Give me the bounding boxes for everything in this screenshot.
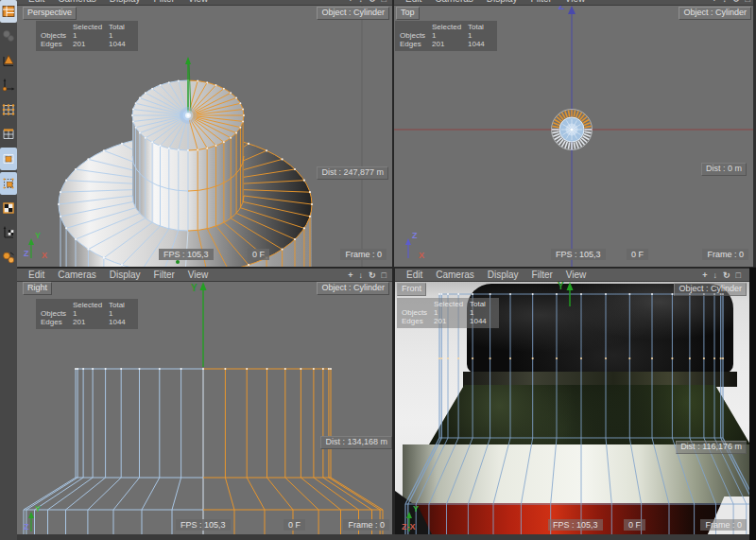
viewport-menubar: Edit Cameras Display Filter View + ↓ ↻ □ (395, 268, 756, 282)
axis-gizmo: Y Z (23, 507, 57, 537)
pan-view-icon[interactable]: + (702, 270, 707, 280)
frame-time-indicator: 0 F (624, 519, 645, 531)
object-badge: Object : Cylinder (317, 7, 389, 20)
viewport-layout-icon (2, 4, 15, 19)
axis-cage-icon (2, 176, 15, 191)
axis-gizmo: Y Z-X (401, 507, 435, 537)
viewport-menubar-clipped: EditCameras DisplayFilter View +↓↻□ (394, 0, 756, 6)
objects-icon (2, 28, 15, 44)
pan-view-icon[interactable]: + (348, 270, 352, 280)
menu-cameras[interactable]: Cameras (58, 270, 96, 281)
stats-header-total: Total (109, 23, 133, 31)
axis-gizmo: Z X (400, 234, 434, 264)
cinema4d-window: { "menu": { "items": ["Edit", "Cameras",… (0, 0, 756, 540)
menu-view[interactable]: View (188, 270, 209, 281)
frame-time-indicator: 0 F (627, 249, 648, 260)
snap-icon (2, 250, 15, 265)
polygon-mode-icon (2, 151, 15, 166)
texture-icon (2, 200, 15, 216)
menu-view[interactable]: View (188, 0, 209, 5)
window-bottom-edge (17, 534, 749, 540)
fps-indicator: FPS : 105,3 (159, 249, 214, 260)
camera-distance: Dist : 134,168 m (320, 436, 392, 449)
snap-tool[interactable] (0, 246, 17, 269)
viewport-layout-tool[interactable] (0, 0, 17, 23)
frame-counter: Frame : 0 (340, 249, 387, 260)
viewport-menubar-clipped: Edit Cameras Display Filter View + ↓ ↻ □ (17, 0, 392, 6)
menu-view[interactable]: View (566, 270, 587, 281)
menu-cameras[interactable]: Cameras (436, 270, 474, 281)
edge-mode-tool[interactable] (0, 123, 17, 146)
object-axis-icon (2, 78, 15, 93)
left-toolbar (0, 0, 18, 540)
edge-mode-icon (2, 127, 15, 142)
viewport-right[interactable]: Edit Cameras Display Filter View + ↓ ↻ □… (17, 268, 392, 540)
rotate-view-icon[interactable]: ↻ (369, 0, 376, 4)
maximize-view-icon[interactable]: □ (382, 270, 387, 280)
rotate-view-icon[interactable]: ↻ (369, 270, 376, 280)
viewport-front[interactable]: Edit Cameras Display Filter View + ↓ ↻ □… (395, 268, 756, 540)
object-axis-tool[interactable] (0, 74, 17, 96)
axis-cage-tool[interactable] (0, 172, 17, 195)
menu-display[interactable]: Display (110, 270, 141, 281)
viewport-label: Perspective (23, 7, 77, 20)
model-tool-icon (2, 53, 15, 68)
menu-filter[interactable]: Filter (154, 0, 175, 5)
model-tool[interactable] (0, 49, 17, 72)
menu-display[interactable]: Display (110, 0, 141, 5)
texture-axis-icon (2, 225, 15, 240)
camera-objects-tool[interactable] (0, 25, 17, 47)
texture-tool[interactable] (0, 197, 17, 219)
dolly-view-icon[interactable]: ↓ (359, 270, 364, 280)
stats-header-selected: Selected (73, 23, 109, 31)
frame-counter: Frame : 0 (702, 249, 748, 260)
polygon-mode-tool[interactable] (0, 148, 17, 170)
fps-indicator: FPS : 105,3 (548, 519, 603, 531)
object-badge: Object : Cylinder (674, 283, 747, 296)
dolly-view-icon[interactable]: ↓ (713, 270, 718, 280)
texture-axis-tool[interactable] (0, 221, 17, 244)
maximize-view-icon[interactable]: □ (382, 0, 387, 4)
point-mode-icon (2, 102, 15, 117)
fps-indicator: FPS : 105,3 (551, 249, 606, 260)
object-badge: Object : Cylinder (679, 7, 751, 20)
menu-filter[interactable]: Filter (154, 270, 175, 281)
pan-view-icon[interactable]: + (348, 0, 352, 4)
frame-time-indicator: 0 F (284, 519, 305, 531)
dolly-view-icon[interactable]: ↓ (359, 0, 364, 4)
stats-panel: SelectedTotal Objects11 Edges2011044 (36, 21, 138, 51)
point-mode-tool[interactable] (0, 98, 17, 121)
stats-panel: SelectedTotal Objects11 Edges2011044 (395, 21, 497, 51)
camera-distance: Dist : 0 m (701, 163, 747, 176)
viewport-label: Right (23, 282, 52, 295)
viewport-label: Front (397, 283, 426, 296)
menu-filter[interactable]: Filter (532, 270, 553, 281)
viewport-label: Top (396, 7, 420, 20)
viewport-perspective[interactable]: Edit Cameras Display Filter View + ↓ ↻ □… (17, 0, 392, 267)
y-axis-label: Y (191, 283, 198, 293)
camera-distance: Dist : 116,176 m (676, 441, 747, 454)
frame-counter: Frame : 0 (343, 519, 389, 531)
maximize-view-icon[interactable]: □ (736, 270, 741, 280)
frame-time-indicator: 0 F (248, 249, 269, 260)
menu-cameras[interactable]: Cameras (58, 0, 96, 5)
menu-edit[interactable]: Edit (406, 270, 422, 281)
menu-display[interactable]: Display (488, 270, 519, 281)
stats-panel: SelectedTotal Objects11 Edges2011044 (36, 299, 138, 329)
window-edge (749, 268, 756, 540)
axis-gizmo: Y Z X (23, 234, 57, 264)
y-axis-label: Y (558, 281, 564, 291)
menu-edit[interactable]: Edit (28, 270, 44, 281)
rotate-view-icon[interactable]: ↻ (723, 270, 730, 280)
camera-distance: Dist : 247,877 m (317, 166, 388, 180)
stats-panel: SelectedTotal Objects11 Edges2011044 (397, 298, 499, 328)
fps-indicator: FPS : 105,3 (176, 519, 231, 531)
menu-edit[interactable]: Edit (28, 0, 44, 5)
viewport-menubar: Edit Cameras Display Filter View + ↓ ↻ □ (17, 268, 392, 282)
frame-counter: Frame : 0 (700, 519, 747, 531)
viewport-top[interactable]: EditCameras DisplayFilter View +↓↻□ Top … (394, 0, 756, 267)
object-badge: Object : Cylinder (317, 282, 389, 295)
